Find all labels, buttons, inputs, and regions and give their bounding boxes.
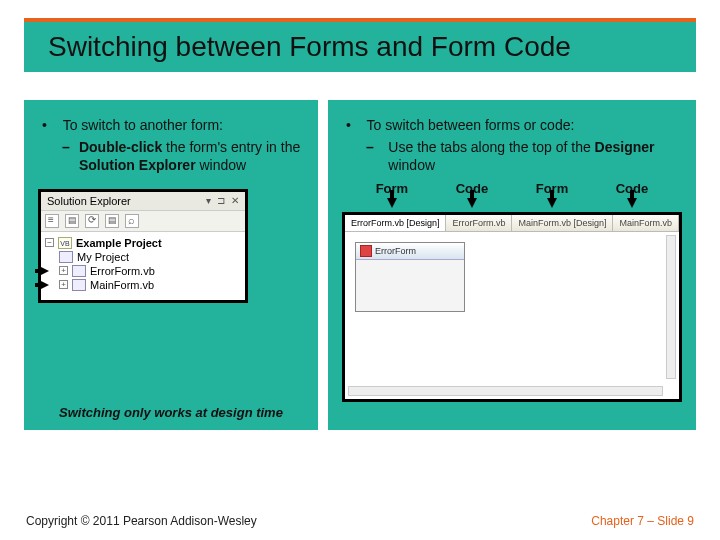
horizontal-scrollbar[interactable] [348,386,663,396]
pointer-arrow-icon [41,281,51,289]
designer-tab[interactable]: ErrorForm.vb [446,215,512,231]
designer-tab[interactable]: MainForm.vb [613,215,679,231]
form-icon [72,265,86,277]
form-icon [72,279,86,291]
copyright-text: Copyright © 2011 Pearson Addison-Wesley [26,514,257,528]
designer-tabstrip: ErrorForm.vb [Design] ErrorForm.vb MainF… [345,215,679,232]
solution-explorer-tree: − VB Example Project My Project + ErrorF… [41,232,245,300]
form-preview-title: ErrorForm [356,243,464,260]
search-icon[interactable] [125,214,139,228]
refresh-icon[interactable] [85,214,99,228]
tree-item[interactable]: + ErrorForm.vb [45,264,241,278]
solution-explorer-toolbar [41,211,245,232]
pointer-arrow-icon [41,267,51,275]
arrow-down-icon [467,198,477,208]
pin-icon[interactable]: ⊐ [217,195,225,206]
designer-window: ErrorForm.vb [Design] ErrorForm.vb MainF… [342,212,682,402]
tree-project[interactable]: − VB Example Project [45,236,241,250]
left-bullet-2: – Double-click the form's entry in the S… [38,138,304,174]
right-bullet-1: • To switch between forms or code: [342,116,682,134]
designer-tab[interactable]: MainForm.vb [Design] [512,215,613,231]
right-bullet-2: – Use the tabs along the top of the Desi… [342,138,682,174]
tab-type-labels: Form Code Form Code [352,181,672,196]
content-columns: • To switch to another form: – Double-cl… [24,100,696,430]
footer: Copyright © 2011 Pearson Addison-Wesley … [26,514,694,528]
design-time-note: Switching only works at design time [24,405,318,420]
dropdown-icon[interactable]: ▾ [206,195,211,206]
chapter-slide-text: Chapter 7 – Slide 9 [591,514,694,528]
arrow-down-icon [387,198,397,208]
title-bar: Switching between Forms and Form Code [24,18,696,72]
expand-icon[interactable]: + [59,266,68,275]
showall-icon[interactable] [65,214,79,228]
vertical-scrollbar[interactable] [666,235,676,379]
designer-tab[interactable]: ErrorForm.vb [Design] [345,215,447,231]
solution-explorer-panel: Solution Explorer ▾ ⊐ ✕ − VB Example Pro [38,189,248,303]
left-bullet-1: • To switch to another form: [38,116,304,134]
right-column: • To switch between forms or code: – Use… [328,100,696,430]
folder-icon [59,251,73,263]
collapse-icon[interactable]: − [45,238,54,247]
project-icon: VB [58,237,72,249]
arrow-down-icon [547,198,557,208]
solution-explorer-title: Solution Explorer [47,195,131,207]
solution-explorer-titlebar: Solution Explorer ▾ ⊐ ✕ [41,192,245,211]
tree-item[interactable]: + MainForm.vb [45,278,241,292]
arrow-down-icon [627,198,637,208]
tree-item[interactable]: My Project [45,250,241,264]
slide-title: Switching between Forms and Form Code [48,31,571,63]
expand-icon[interactable]: + [59,280,68,289]
tab-arrows [352,198,672,208]
left-column: • To switch to another form: – Double-cl… [24,100,318,430]
viewcode-icon[interactable] [105,214,119,228]
properties-icon[interactable] [45,214,59,228]
designer-canvas[interactable]: ErrorForm [345,232,679,322]
form-preview[interactable]: ErrorForm [355,242,465,312]
close-icon[interactable]: ✕ [231,195,239,206]
